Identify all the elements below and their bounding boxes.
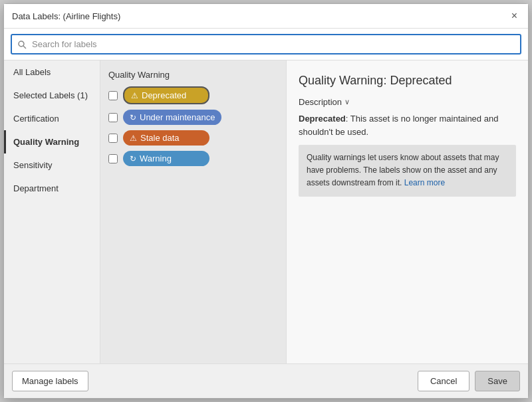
stale-data-icon: ⚠ — [130, 134, 137, 143]
bottom-right-buttons: Cancel Save — [418, 371, 520, 391]
list-item: ⚠ Deprecated — [108, 86, 278, 104]
warning-icon: ↻ — [130, 154, 136, 163]
stale-data-checkbox[interactable] — [108, 134, 118, 143]
search-bar — [4, 29, 528, 60]
under-maintenance-tag[interactable]: ↻ Under maintenance — [123, 110, 221, 125]
sidebar-item-department[interactable]: Department — [4, 177, 100, 200]
list-item: ⚠ Stale data — [108, 130, 278, 146]
detail-title: Quality Warning: Deprecated — [299, 74, 516, 88]
under-maintenance-label: Under maintenance — [140, 112, 215, 122]
sidebar-item-selected-labels[interactable]: Selected Labels (1) — [4, 84, 100, 107]
warning-tag[interactable]: ↻ Warning — [123, 151, 209, 166]
under-maintenance-checkbox[interactable] — [108, 113, 118, 122]
dialog: Data Labels: (Airline Flights) × All Lab… — [3, 3, 529, 399]
deprecated-icon: ⚠ — [131, 91, 138, 100]
save-button[interactable]: Save — [475, 371, 520, 391]
sidebar-item-certification[interactable]: Certification — [4, 107, 100, 130]
search-input[interactable] — [11, 34, 521, 54]
list-item: ↻ Warning — [108, 151, 278, 166]
description-label: Description — [299, 97, 342, 107]
description-header[interactable]: Description ∨ — [299, 97, 516, 107]
bottom-bar: Manage labels Cancel Save — [4, 363, 528, 398]
chevron-down-icon: ∨ — [344, 98, 350, 106]
description-body: Deprecated: This asset is no longer main… — [299, 112, 516, 138]
dialog-title: Data Labels: (Airline Flights) — [12, 11, 120, 21]
deprecated-label: Deprecated — [142, 90, 186, 100]
center-panel: Quality Warning ⚠ Deprecated ↻ Under mai… — [100, 60, 287, 363]
list-item: ↻ Under maintenance — [108, 110, 278, 125]
info-text: Quality warnings let users know about as… — [307, 153, 499, 187]
warning-checkbox[interactable] — [108, 154, 118, 163]
warning-label: Warning — [140, 153, 172, 163]
sidebar-item-quality-warning[interactable]: Quality Warning — [4, 130, 100, 153]
title-bar: Data Labels: (Airline Flights) × — [4, 4, 528, 29]
deprecated-checkbox[interactable] — [108, 91, 118, 100]
right-panel: Quality Warning: Deprecated Description … — [287, 60, 528, 363]
cancel-button[interactable]: Cancel — [418, 371, 469, 391]
description-bold: Deprecated — [299, 114, 346, 124]
under-maintenance-icon: ↻ — [130, 113, 136, 122]
manage-labels-button[interactable]: Manage labels — [12, 371, 88, 391]
stale-data-tag[interactable]: ⚠ Stale data — [123, 130, 209, 146]
close-button[interactable]: × — [509, 9, 520, 23]
learn-more-link[interactable]: Learn more — [404, 178, 445, 187]
info-box: Quality warnings let users know about as… — [299, 145, 516, 197]
sidebar: All Labels Selected Labels (1) Certifica… — [4, 60, 100, 363]
sidebar-item-all-labels[interactable]: All Labels — [4, 60, 100, 84]
main-content: All Labels Selected Labels (1) Certifica… — [4, 60, 528, 363]
stale-data-label: Stale data — [140, 133, 180, 143]
sidebar-item-sensitivity[interactable]: Sensitivity — [4, 153, 100, 177]
deprecated-tag[interactable]: ⚠ Deprecated — [123, 86, 209, 104]
panel-title: Quality Warning — [108, 70, 278, 80]
